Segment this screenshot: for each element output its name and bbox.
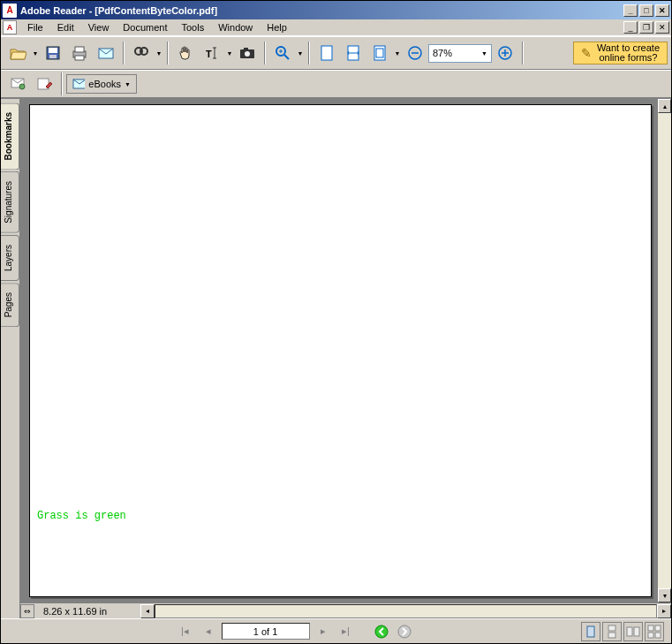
mdi-close[interactable]: ✕ <box>655 21 669 34</box>
zoom-out-button[interactable] <box>403 41 427 65</box>
menu-tools[interactable]: Tools <box>175 20 212 34</box>
search-button[interactable] <box>129 41 154 65</box>
ebook-icon <box>72 78 85 90</box>
zoom-input[interactable] <box>433 48 477 58</box>
page-dimensions: 8.26 x 11.69 in <box>34 606 140 617</box>
svg-rect-36 <box>627 627 632 636</box>
svg-point-31 <box>375 625 388 638</box>
mdi-restore[interactable]: ❐ <box>639 21 653 34</box>
hscroll-left[interactable]: ◂ <box>140 604 155 618</box>
prev-view-button[interactable] <box>372 622 391 641</box>
zoom-dropdown[interactable]: ▼ <box>296 41 305 65</box>
scroll-up-button[interactable]: ▴ <box>658 99 671 113</box>
app-icon: A <box>3 4 17 18</box>
minimize-button[interactable]: _ <box>623 4 638 17</box>
menu-edit[interactable]: Edit <box>50 20 81 34</box>
review-button[interactable] <box>5 72 30 96</box>
menu-view[interactable]: View <box>81 20 117 34</box>
email-button[interactable] <box>94 41 118 65</box>
menu-help[interactable]: Help <box>260 20 294 34</box>
zoom-in-tool[interactable] <box>270 41 295 65</box>
side-tabs: Bookmarks Signatures Layers Pages <box>1 99 20 618</box>
last-page-button[interactable]: ▸| <box>336 622 356 641</box>
hscroll-track[interactable] <box>155 604 657 618</box>
hand-tool[interactable] <box>173 41 198 65</box>
svg-rect-2 <box>49 55 57 58</box>
svg-point-32 <box>398 625 411 638</box>
continuous-view[interactable] <box>602 622 622 641</box>
single-page-view[interactable] <box>581 622 600 641</box>
horizontal-status: ⇔ 8.26 x 11.69 in ◂ ▸ <box>20 602 671 618</box>
fit-width-button[interactable] <box>341 41 366 65</box>
svg-rect-17 <box>321 46 332 60</box>
zoom-combo-dropdown[interactable]: ▼ <box>481 50 487 57</box>
svg-rect-37 <box>634 627 639 636</box>
sign-button[interactable] <box>32 72 57 96</box>
window-controls: _ □ ✕ <box>623 4 669 17</box>
promo-banner[interactable]: ✎ Want to createonline forms? <box>573 42 668 64</box>
vertical-scrollbar[interactable]: ▴ ▾ <box>657 99 671 602</box>
close-button[interactable]: ✕ <box>655 4 669 17</box>
search-dropdown[interactable]: ▼ <box>155 41 163 65</box>
document-area: Grass is green ▴ ▾ ⇔ 8.26 x 11.69 in ◂ ▸ <box>20 99 671 618</box>
next-page-button[interactable]: ▸ <box>313 622 333 641</box>
svg-rect-38 <box>648 625 653 631</box>
svg-point-28 <box>19 84 25 89</box>
tab-bookmarks[interactable]: Bookmarks <box>1 102 19 170</box>
svg-rect-12 <box>244 48 248 50</box>
menu-file[interactable]: File <box>20 20 50 34</box>
menu-document[interactable]: Document <box>116 20 174 34</box>
svg-rect-1 <box>49 48 57 53</box>
svg-rect-33 <box>587 626 594 637</box>
print-button[interactable] <box>67 41 92 65</box>
snapshot-tool[interactable] <box>235 41 260 65</box>
fit-visible-button[interactable] <box>367 41 392 65</box>
maximize-button[interactable]: □ <box>639 4 653 17</box>
size-toggle[interactable]: ⇔ <box>20 604 34 618</box>
save-button[interactable] <box>41 41 65 65</box>
ebooks-label: eBooks <box>88 79 121 89</box>
menu-window[interactable]: Window <box>211 20 260 34</box>
svg-rect-5 <box>75 56 84 60</box>
open-dropdown[interactable]: ▼ <box>31 41 40 65</box>
chevron-down-icon: ▼ <box>125 81 131 87</box>
svg-rect-4 <box>75 47 84 52</box>
svg-line-14 <box>284 55 289 59</box>
scroll-down-button[interactable]: ▾ <box>658 588 671 602</box>
text-select-dropdown[interactable]: ▼ <box>225 41 234 65</box>
continuous-facing-view[interactable] <box>645 622 664 641</box>
ebooks-dropdown[interactable]: eBooks ▼ <box>66 74 137 94</box>
svg-rect-41 <box>655 633 661 638</box>
menubar: A File Edit View Document Tools Window H… <box>1 19 671 36</box>
pdf-page: Grass is green <box>29 104 652 597</box>
content-area: Bookmarks Signatures Layers Pages Grass … <box>1 98 671 618</box>
tab-signatures[interactable]: Signatures <box>1 171 19 233</box>
view-mode-buttons <box>581 622 664 641</box>
scroll-track[interactable] <box>658 113 671 588</box>
document-viewport[interactable]: Grass is green ▴ ▾ <box>20 99 671 602</box>
zoom-combo[interactable]: ▼ <box>428 44 492 63</box>
svg-rect-35 <box>608 633 615 638</box>
fit-page-button[interactable] <box>314 41 339 65</box>
first-page-button[interactable]: |◂ <box>176 622 195 641</box>
pen-icon: ✎ <box>581 46 592 60</box>
hscroll-right[interactable]: ▸ <box>657 604 671 618</box>
navigation-bar: |◂ ◂ 1 of 1 ▸ ▸| <box>1 618 671 643</box>
page-text: Grass is green <box>37 510 126 522</box>
tab-pages[interactable]: Pages <box>1 283 19 327</box>
toolbar-secondary: eBooks ▼ <box>1 70 671 98</box>
facing-view[interactable] <box>623 622 643 641</box>
tab-layers[interactable]: Layers <box>1 235 19 281</box>
text-select-tool[interactable]: T <box>200 41 224 65</box>
svg-rect-34 <box>608 625 615 631</box>
next-view-button[interactable] <box>395 622 414 641</box>
titlebar: A Adobe Reader - [PdfContentByteColor.pd… <box>1 1 671 19</box>
app-window: A Adobe Reader - [PdfContentByteColor.pd… <box>0 0 672 644</box>
page-indicator[interactable]: 1 of 1 <box>222 623 310 640</box>
doc-icon: A <box>3 20 17 34</box>
open-button[interactable] <box>5 41 30 65</box>
fit-dropdown[interactable]: ▼ <box>393 41 402 65</box>
zoom-in-button[interactable] <box>493 41 517 65</box>
mdi-minimize[interactable]: _ <box>623 21 638 34</box>
prev-page-button[interactable]: ◂ <box>199 622 218 641</box>
